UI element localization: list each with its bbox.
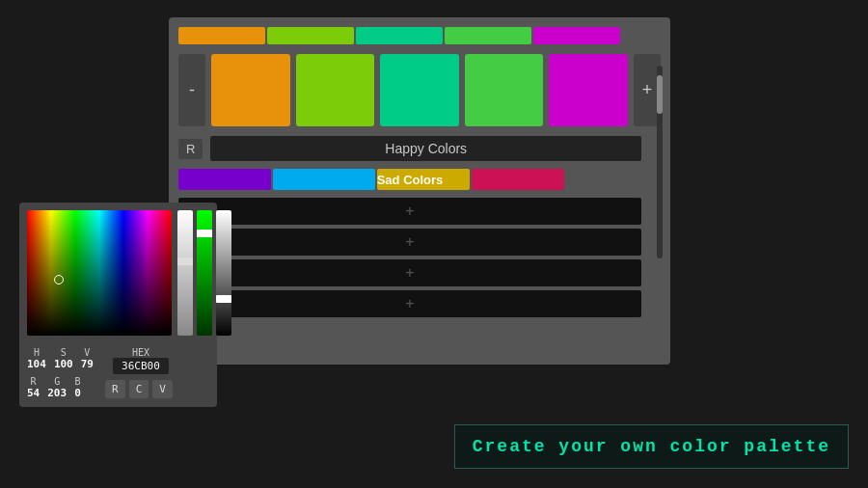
swatch-lime[interactable] <box>296 54 375 126</box>
add-row-3[interactable]: + <box>178 259 641 286</box>
scrollbar-thumb[interactable] <box>657 75 663 114</box>
h-value: 104 <box>27 358 46 370</box>
add-row-4[interactable]: + <box>178 290 641 317</box>
picker-top <box>27 210 209 336</box>
g-label: G <box>54 376 60 387</box>
sad-seg-crimson <box>472 169 564 190</box>
swatch-magenta[interactable] <box>549 54 628 126</box>
sad-seg-purple <box>178 169 271 190</box>
rgb-row: R 54 G 203 B 0 <box>27 376 94 399</box>
hex-input[interactable] <box>113 358 169 374</box>
value-slider-green[interactable] <box>197 210 212 336</box>
g-value: 203 <box>47 387 67 399</box>
v-col: V 79 <box>81 347 94 370</box>
hsv-labels-row: H 104 S 100 V 79 <box>27 347 94 370</box>
main-panel: - + R Sad Colors + + + + <box>169 17 670 365</box>
swatch-teal[interactable] <box>380 54 459 126</box>
color-gradient-picker[interactable] <box>27 210 172 336</box>
strip-seg-4 <box>445 27 531 44</box>
v-button[interactable]: V <box>152 380 173 398</box>
g-col: G 203 <box>47 376 67 399</box>
sliders-area <box>177 210 231 336</box>
v-label: V <box>84 347 90 358</box>
v-value: 79 <box>81 358 94 370</box>
slider-handle-light[interactable] <box>216 295 231 303</box>
s-col: S 100 <box>54 347 73 370</box>
slider-handle-white[interactable] <box>177 258 193 265</box>
s-value: 100 <box>54 358 73 370</box>
rcv-buttons: R C V <box>105 380 173 398</box>
color-picker-panel: H 104 S 100 V 79 R 54 G <box>19 203 217 407</box>
b-value: 0 <box>74 387 81 399</box>
create-text-content: Create your own color palette <box>473 437 830 456</box>
swatch-green[interactable] <box>465 54 544 126</box>
c-button[interactable]: C <box>129 380 149 398</box>
b-label: B <box>74 376 80 387</box>
sad-colors-label: Sad Colors <box>377 173 444 187</box>
palette-name-input[interactable] <box>210 136 641 161</box>
create-text-banner: Create your own color palette <box>454 424 849 469</box>
swatches-row: - + <box>178 54 661 126</box>
hsv-block: H 104 S 100 V 79 R 54 G <box>27 347 94 399</box>
scrollbar[interactable] <box>657 66 663 258</box>
strip-seg-3 <box>356 27 443 44</box>
h-col: H 104 <box>27 347 46 370</box>
top-color-strip <box>178 27 661 44</box>
value-slider-light[interactable] <box>216 210 231 336</box>
add-rows-area: + + + + <box>178 198 661 317</box>
sad-seg-blue <box>273 169 375 190</box>
r-label: R <box>178 139 203 159</box>
strip-seg-2 <box>267 27 354 44</box>
remove-swatch-button[interactable]: - <box>178 54 205 126</box>
swatch-orange[interactable] <box>211 54 290 126</box>
r-value: 54 <box>27 387 40 399</box>
slider-handle-green[interactable] <box>197 230 212 237</box>
add-row-1[interactable]: + <box>178 198 641 225</box>
hex-label: HEX <box>132 347 149 358</box>
b-col: B 0 <box>74 376 81 399</box>
picker-info: H 104 S 100 V 79 R 54 G <box>27 343 209 399</box>
r-button[interactable]: R <box>105 380 125 398</box>
value-slider-white[interactable] <box>177 210 193 336</box>
r-label-picker: R <box>31 376 37 387</box>
name-row: R <box>178 136 661 161</box>
add-row-2[interactable]: + <box>178 229 641 256</box>
hex-block: HEX <box>113 347 169 374</box>
strip-seg-1 <box>178 27 265 44</box>
sad-colors-row: Sad Colors <box>178 169 661 190</box>
strip-seg-5 <box>533 27 620 44</box>
picker-crosshair <box>54 275 64 285</box>
gradient-overlay <box>27 210 172 336</box>
h-label: H <box>34 347 40 358</box>
r-col: R 54 <box>27 376 40 399</box>
s-label: S <box>61 347 67 358</box>
sad-color-strip: Sad Colors <box>178 169 641 190</box>
